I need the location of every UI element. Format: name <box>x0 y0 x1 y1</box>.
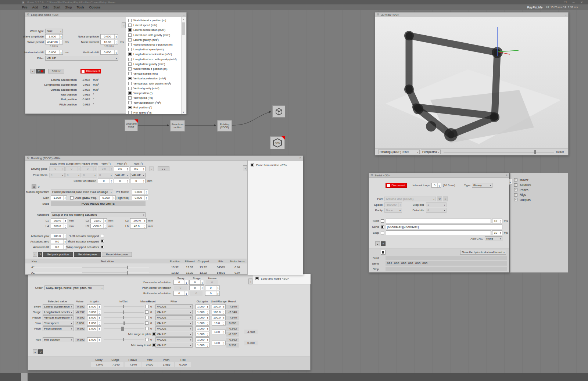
sway-in-gain[interactable]: 8.000▴▾ <box>87 304 101 309</box>
yaw-in-gain[interactable]: 1.000▴▾ <box>87 321 101 326</box>
vertical-shift-input[interactable]: 0.000▴▾ <box>100 50 118 55</box>
yaw-selected-value[interactable]: Yaw speed▾ <box>43 321 74 326</box>
surge-limit[interactable]: 100.0▴▾ <box>212 310 226 314</box>
spinner-arrows[interactable]: ▴▾ <box>222 316 225 320</box>
slider-thumb[interactable] <box>121 327 124 331</box>
wave-period-input[interactable]: 4947.00▴▾ <box>45 40 63 44</box>
rotating-titlebar[interactable]: ⚙ Rotating (2DOF) <R0> ✕ <box>25 156 303 161</box>
checkbox[interactable] <box>128 28 132 32</box>
spinner-arrows[interactable]: ▴▾ <box>216 291 219 295</box>
yaw-filter[interactable]: VALUE▾ <box>155 321 193 326</box>
roll-manual-checkbox[interactable] <box>145 338 148 341</box>
tree-item-mover[interactable]: +Mover <box>510 177 568 183</box>
source-option[interactable]: Lateral gravity (m/s²) <box>126 37 181 42</box>
center-yaw-input[interactable]: 0▴▾ <box>98 179 113 183</box>
tree-item-poses[interactable]: +Poses <box>510 187 568 193</box>
spinner-arrows[interactable]: ▴▾ <box>103 219 107 223</box>
spinner-arrows[interactable]: ▴▾ <box>143 219 146 223</box>
spinner-arrows[interactable]: ▴▾ <box>206 305 209 309</box>
byte-format-select[interactable]: Show the bytes in decimal format▾ <box>460 250 506 255</box>
set-drive-pose-button[interactable]: Set drive pose <box>74 252 101 257</box>
checkbox[interactable] <box>128 82 132 85</box>
mix-pitch-filter[interactable]: VALUE▾ <box>155 332 193 337</box>
spinner-arrows[interactable]: ▴▾ <box>206 338 209 342</box>
roll-cor-sway-input[interactable]: 0▴▾ <box>173 291 188 296</box>
reset-view-button[interactable]: Reset <box>556 150 564 154</box>
yaw-out-gain[interactable]: 1.000▴▾ <box>196 321 209 326</box>
port-select[interactable]: Arduino Uno (COM4)▾ <box>384 197 436 201</box>
driving-pose-sway[interactable]: 0▴▾ <box>49 166 65 171</box>
spinner-arrows[interactable]: ▴▾ <box>222 305 225 309</box>
checkbox[interactable] <box>128 91 132 95</box>
filter-yaw[interactable]: 0▾ <box>98 173 113 177</box>
filter-roll[interactable]: VALUE▾ <box>130 173 146 177</box>
actuators-setup-select[interactable]: Setup of the two rotating actuators▾ <box>51 212 146 217</box>
source-option[interactable]: Vertical speed (m/s) <box>126 71 181 76</box>
heave-out-gain[interactable]: 1.000▴▾ <box>196 315 209 320</box>
filter-pitch[interactable]: VALUE▾ <box>114 173 129 177</box>
l2-input[interactable]: -255.0▴▾ <box>90 218 107 223</box>
source-option[interactable]: World vertical z position (m) <box>126 67 181 71</box>
spinner-arrows[interactable]: ▴▾ <box>398 203 402 207</box>
source-option[interactable]: Lateral acceleration (m/s²) <box>126 28 181 32</box>
source-option[interactable]: Longitudinal speed (m/s) <box>126 47 181 52</box>
spinner-arrows[interactable]: ▴▾ <box>200 286 204 290</box>
source-checkbox[interactable] <box>255 277 259 280</box>
spinner-arrows[interactable]: ▴▾ <box>59 40 62 44</box>
source-option[interactable]: Vertical gravity (m/s²) <box>126 86 181 91</box>
help-button[interactable]: ? <box>38 252 42 257</box>
source-option[interactable]: Roll position (°) <box>126 105 181 110</box>
expand-icon[interactable]: + <box>514 183 517 187</box>
spinner-arrows[interactable]: ▴▾ <box>64 219 67 223</box>
sway-selected-value[interactable]: Lateral acceleration▾ <box>43 304 74 309</box>
loop-disconnect-button[interactable]: Disconnect <box>80 69 101 73</box>
slider-thumb[interactable] <box>127 271 128 274</box>
source-option[interactable]: Longitudinal acceleration (m/s²) <box>126 52 181 57</box>
sway-limit[interactable]: 100.0▴▾ <box>212 304 226 309</box>
spinner-arrows[interactable]: ▴▾ <box>200 280 204 284</box>
node-com-output[interactable]: COM <box>270 136 285 149</box>
rate-button[interactable]: 508 hz <box>48 69 64 73</box>
send-enabled-checkbox[interactable] <box>381 225 384 229</box>
auto-gain-checkbox[interactable] <box>70 196 74 200</box>
spinner-arrows[interactable]: ▴▾ <box>61 167 64 171</box>
node-rotating-2dof[interactable]: Rotating(2DOF) <box>217 120 232 132</box>
pose-nav-buttons[interactable]: ◂▸ <box>158 166 169 171</box>
slider-thumb[interactable] <box>123 316 124 319</box>
wave-amplitude-input[interactable]: 1.000▴▾ <box>45 34 63 39</box>
pre-follow-input[interactable]: 0.000▴▾ <box>132 190 148 194</box>
stop-timeout-input[interactable]: 10▴▾ <box>492 230 502 235</box>
spinner-arrows[interactable]: ▴▾ <box>64 224 67 228</box>
pitch-selected-value[interactable]: Pitch position▾ <box>43 326 74 331</box>
checkbox[interactable] <box>128 43 132 46</box>
connected-checkbox[interactable] <box>387 184 390 187</box>
noise-interval-input[interactable]: 10.00▴▾ <box>100 40 118 44</box>
spinner-arrows[interactable]: ▴▾ <box>437 183 441 187</box>
surge-out-gain[interactable]: 1.000▴▾ <box>196 310 209 314</box>
expand-icon[interactable]: + <box>514 178 517 181</box>
center-pitch-input[interactable]: 0▴▾ <box>114 179 129 183</box>
spinner-arrows[interactable]: ▴▾ <box>184 280 188 284</box>
yaw-reset[interactable]: 0 <box>150 321 152 325</box>
zoom-slider[interactable] <box>444 152 554 153</box>
scroll-down-icon[interactable]: ∨ <box>183 111 184 113</box>
spinner-arrows[interactable]: ▴▾ <box>206 332 209 336</box>
pitch-manual-checkbox[interactable] <box>145 327 148 330</box>
noise-amplitude-input[interactable]: 0.000▴▾ <box>100 34 118 39</box>
checkbox[interactable] <box>128 53 132 56</box>
window-menu-icon[interactable]: ≡ <box>183 13 185 17</box>
checkbox[interactable] <box>128 111 132 114</box>
collapse-section-button[interactable]: ▴ <box>375 241 380 246</box>
source-option[interactable]: Roll speed (°/s) <box>126 110 181 114</box>
checkbox[interactable] <box>128 77 132 80</box>
mix-roll-out-gain[interactable]: 1.000▴▾ <box>196 343 209 348</box>
checkbox[interactable] <box>128 33 132 37</box>
source-option[interactable]: Yaw acceleration (°/s²) <box>126 100 181 105</box>
heave-selected-value[interactable]: Vertical acceleration▾ <box>43 315 74 320</box>
spinner-arrows[interactable]: ▴▾ <box>103 224 107 228</box>
pitch-pair-limit[interactable]: 10.0▴▾ <box>212 330 226 334</box>
spinner-arrows[interactable]: ▴▾ <box>206 310 209 314</box>
stop-enabled-checkbox[interactable] <box>381 231 384 234</box>
heave-reset[interactable]: 0 <box>150 316 152 319</box>
rig-3d-render[interactable] <box>375 17 568 148</box>
